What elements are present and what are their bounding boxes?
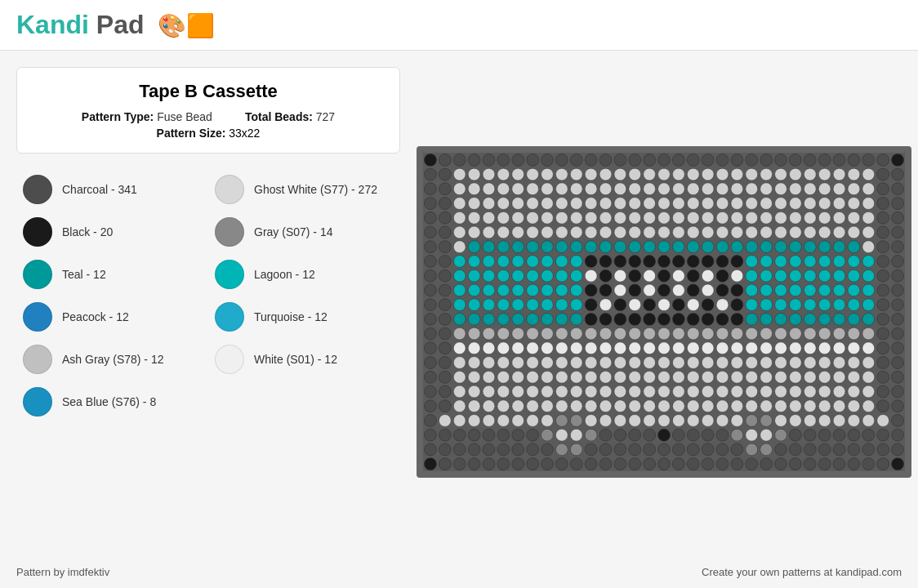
svg-point-69: [453, 183, 466, 195]
svg-point-437: [527, 342, 539, 354]
svg-point-319: [731, 284, 743, 296]
svg-point-476: [614, 357, 626, 369]
logo-pad: Pad: [89, 10, 145, 39]
svg-point-422: [789, 327, 801, 340]
svg-point-480: [672, 357, 684, 369]
swatch-label: White (S01) - 12: [254, 353, 337, 366]
svg-point-633: [497, 429, 510, 441]
svg-point-711: [672, 458, 684, 470]
svg-point-120: [716, 198, 729, 210]
svg-point-573: [585, 400, 597, 412]
svg-point-102: [453, 198, 466, 210]
svg-point-467: [483, 357, 495, 369]
svg-point-402: [497, 327, 510, 340]
svg-point-33: [892, 154, 904, 166]
svg-point-305: [527, 284, 539, 296]
swatch-item: Lagoon - 12: [208, 255, 400, 294]
svg-point-113: [614, 198, 626, 210]
svg-point-430: [424, 342, 436, 354]
svg-point-444: [629, 342, 641, 354]
svg-point-119: [702, 198, 714, 210]
svg-point-325: [818, 284, 831, 296]
svg-point-201: [453, 241, 466, 253]
svg-point-57: [760, 168, 773, 180]
svg-point-452: [746, 342, 758, 354]
svg-point-459: [848, 342, 860, 354]
svg-point-364: [424, 313, 436, 325]
svg-point-665: [483, 443, 495, 456]
swatch-item: Peacock - 12: [16, 297, 208, 336]
svg-point-579: [672, 400, 684, 412]
svg-point-696: [453, 458, 466, 470]
svg-point-724: [862, 458, 875, 470]
svg-point-394: [862, 313, 875, 325]
svg-point-295: [862, 270, 875, 282]
svg-point-594: [892, 400, 904, 412]
svg-point-73: [512, 183, 524, 195]
svg-point-564: [453, 400, 466, 412]
svg-point-255: [760, 256, 773, 268]
svg-point-474: [585, 357, 597, 369]
svg-point-649: [731, 429, 743, 441]
svg-point-479: [658, 357, 671, 369]
svg-point-596: [439, 415, 451, 427]
svg-point-630: [453, 429, 466, 441]
main-content: Tape B Cassette Pattern Type: Fuse Bead …: [0, 51, 918, 573]
svg-point-550: [731, 385, 743, 398]
svg-point-315: [672, 284, 684, 296]
svg-point-537: [541, 385, 554, 398]
svg-point-599: [483, 415, 495, 427]
swatch-label: Ghost White (S77) - 272: [254, 183, 377, 196]
svg-point-294: [848, 270, 860, 282]
swatch-color: [23, 260, 52, 289]
svg-point-401: [483, 327, 495, 340]
svg-point-162: [848, 212, 860, 224]
svg-point-582: [716, 400, 729, 412]
svg-point-690: [848, 443, 860, 456]
svg-point-189: [760, 226, 773, 238]
svg-point-720: [804, 458, 816, 470]
svg-point-512: [658, 371, 671, 383]
svg-point-489: [804, 357, 816, 369]
svg-point-352: [731, 299, 743, 311]
svg-point-408: [585, 327, 597, 340]
svg-point-313: [644, 284, 656, 296]
svg-point-311: [614, 284, 626, 296]
svg-point-360: [848, 299, 860, 311]
svg-point-236: [483, 256, 495, 268]
svg-point-409: [599, 327, 612, 340]
svg-point-554: [789, 385, 801, 398]
svg-point-688: [818, 443, 831, 456]
svg-point-333: [453, 299, 466, 311]
svg-point-587: [789, 400, 801, 412]
svg-point-328: [862, 284, 875, 296]
svg-point-612: [672, 415, 684, 427]
svg-point-36: [453, 168, 466, 180]
svg-point-602: [527, 415, 539, 427]
svg-point-432: [453, 342, 466, 354]
svg-point-552: [760, 385, 773, 398]
svg-point-405: [541, 327, 554, 340]
svg-point-344: [614, 299, 626, 311]
svg-point-708: [629, 458, 641, 470]
total-beads-label: Total Beads:: [245, 110, 313, 123]
svg-point-343: [599, 299, 612, 311]
svg-point-274: [555, 270, 568, 282]
svg-point-589: [818, 400, 831, 412]
svg-point-517: [731, 371, 743, 383]
svg-point-180: [629, 226, 641, 238]
svg-point-592: [862, 400, 875, 412]
svg-point-249: [672, 256, 684, 268]
svg-point-68: [439, 183, 451, 195]
svg-point-130: [862, 198, 875, 210]
svg-point-132: [892, 198, 904, 210]
svg-point-451: [731, 342, 743, 354]
svg-point-511: [644, 371, 656, 383]
svg-point-228: [848, 241, 860, 253]
svg-point-223: [775, 241, 787, 253]
svg-point-114: [629, 198, 641, 210]
svg-point-136: [468, 212, 480, 224]
svg-point-161: [833, 212, 845, 224]
svg-point-525: [848, 371, 860, 383]
swatch-item: Ash Gray (S78) - 12: [16, 340, 208, 379]
